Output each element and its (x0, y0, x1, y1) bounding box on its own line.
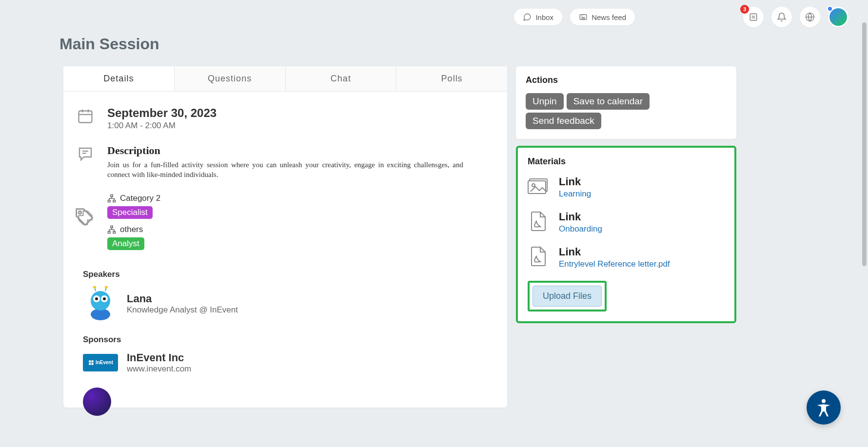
description-heading: Description (107, 144, 493, 157)
speaker-role: Knowledge Analyst @ InEvent (127, 305, 238, 315)
svg-rect-17 (108, 200, 111, 202)
speaker-name: Lana (127, 292, 238, 305)
actions-card: Actions Unpin Save to calendar Send feed… (516, 66, 736, 139)
materials-heading: Materials (528, 156, 725, 167)
sponsor-logo-text: InEvent (96, 360, 113, 365)
avatar-image (829, 8, 847, 26)
sponsor-row[interactable]: InEvent InEvent Inc www.inevent.com (73, 351, 493, 374)
material-title: Link (559, 211, 602, 223)
details-content: September 30, 2023 1:00 AM - 2:00 AM Des… (63, 92, 507, 430)
bell-icon (777, 12, 787, 22)
material-link[interactable]: Onboarding (559, 224, 602, 234)
send-feedback-button[interactable]: Send feedback (526, 113, 601, 129)
tab-chat[interactable]: Chat (286, 66, 397, 91)
accessibility-icon (814, 398, 833, 417)
svg-point-38 (93, 286, 96, 289)
svg-rect-16 (111, 194, 113, 196)
material-link[interactable]: Learning (559, 189, 591, 199)
svg-rect-18 (113, 200, 116, 202)
category-label: others (120, 225, 143, 234)
category-line: others (107, 225, 493, 234)
svg-rect-4 (750, 14, 756, 20)
ticket-icon (749, 12, 758, 22)
session-time: 1:00 AM - 2:00 AM (107, 121, 493, 131)
material-item[interactable]: Link Onboarding (528, 211, 725, 234)
svg-rect-24 (108, 231, 111, 233)
material-item[interactable]: Link Learning (528, 175, 725, 199)
calendar-icon (77, 107, 94, 125)
save-calendar-button[interactable]: Save to calendar (567, 93, 650, 110)
svg-point-47 (822, 399, 826, 403)
newspaper-icon (579, 13, 588, 21)
svg-point-31 (91, 291, 110, 311)
svg-rect-43 (92, 363, 94, 365)
session-date: September 30, 2023 (107, 106, 493, 120)
tab-questions[interactable]: Questions (175, 66, 286, 91)
scrollbar[interactable] (862, 22, 867, 266)
accessibility-fab[interactable] (807, 390, 841, 425)
sponsor-url: www.inevent.com (127, 364, 191, 374)
svg-rect-9 (79, 111, 92, 123)
profile-avatar[interactable] (828, 7, 848, 27)
svg-rect-41 (92, 360, 94, 362)
tab-details[interactable]: Details (63, 66, 175, 91)
svg-point-15 (79, 211, 81, 214)
newsfeed-button[interactable]: News feed (570, 9, 635, 25)
page-title: Main Session (59, 35, 159, 53)
materials-card: Materials Link Learning Link Onboarding (516, 146, 736, 323)
speaker-avatar (83, 286, 118, 321)
svg-point-35 (103, 297, 106, 300)
language-button[interactable] (800, 7, 820, 27)
actions-heading: Actions (526, 75, 727, 85)
hierarchy-icon (107, 225, 116, 234)
svg-point-39 (105, 286, 108, 289)
pdf-icon (530, 211, 547, 232)
category-label: Category 2 (120, 194, 160, 203)
speech-icon (77, 145, 94, 163)
globe-icon (805, 12, 815, 22)
notifications-button[interactable] (771, 7, 792, 27)
chat-bubble-icon (523, 13, 532, 21)
tab-polls[interactable]: Polls (396, 66, 507, 91)
image-icon (528, 177, 549, 195)
newsfeed-label: News feed (592, 13, 626, 21)
sponsor-logo: InEvent (83, 354, 118, 371)
svg-rect-42 (89, 363, 91, 365)
tag-icon (75, 207, 96, 229)
tabs: Details Questions Chat Polls (63, 66, 507, 92)
notification-badge: 3 (740, 5, 749, 14)
inbox-button[interactable]: Inbox (514, 9, 562, 25)
svg-rect-25 (113, 231, 116, 233)
sponsors-heading: Sponsors (83, 335, 493, 345)
ticket-button[interactable]: 3 (743, 7, 764, 27)
tag-analyst: Analyst (107, 237, 144, 250)
svg-point-34 (95, 297, 98, 300)
category-line: Category 2 (107, 194, 493, 203)
topbar: Inbox News feed 3 (514, 7, 848, 27)
tag-specialist: Specialist (107, 206, 153, 219)
upload-files-button[interactable]: Upload Files (533, 286, 602, 307)
material-title: Link (559, 246, 670, 258)
material-title: Link (559, 175, 591, 188)
speakers-heading: Speakers (83, 270, 493, 279)
svg-rect-40 (89, 360, 91, 362)
unpin-button[interactable]: Unpin (526, 93, 564, 110)
hierarchy-icon (107, 194, 116, 203)
description-body: Join us for a fun-filled activity sessio… (107, 160, 463, 180)
inbox-label: Inbox (535, 13, 553, 21)
material-item[interactable]: Link Entrylevel Reference letter.pdf (528, 246, 725, 269)
sponsor-name: InEvent Inc (127, 351, 191, 364)
sponsor-avatar-extra[interactable] (83, 388, 111, 416)
svg-rect-23 (111, 226, 113, 228)
speaker-row[interactable]: Lana Knowledge Analyst @ InEvent (73, 286, 493, 321)
material-link[interactable]: Entrylevel Reference letter.pdf (559, 259, 670, 269)
side-column: Actions Unpin Save to calendar Send feed… (516, 66, 736, 323)
upload-highlight: Upload Files (528, 281, 607, 311)
pdf-icon (530, 246, 547, 267)
main-card: Details Questions Chat Polls September 3… (63, 66, 507, 408)
